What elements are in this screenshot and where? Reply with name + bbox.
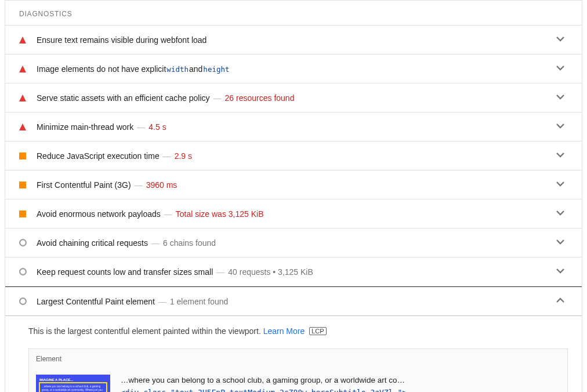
diagnostics-panel: DIAGNOSTICS Ensure text remains visible …: [5, 0, 582, 392]
svg-point-9: [20, 298, 26, 304]
svg-marker-0: [19, 37, 26, 43]
avg-icon: [19, 153, 31, 159]
chevron-down-icon[interactable]: [555, 92, 566, 104]
audit-row[interactable]: Serve static assets with an efficient ca…: [5, 84, 582, 112]
audit-row[interactable]: Minimize main-thread work — 4.5 s: [5, 112, 582, 141]
lcp-badge: LCP: [309, 327, 326, 335]
info-icon: [19, 268, 31, 275]
chevron-down-icon[interactable]: [555, 208, 566, 220]
audit-row[interactable]: Keep request counts low and transfer siz…: [5, 257, 582, 286]
audit-row[interactable]: First Contentful Paint (3G) — 3960 ms: [5, 170, 582, 199]
audit-title: Ensure text remains visible during webfo…: [37, 35, 555, 45]
element-card-header: Element: [29, 349, 567, 369]
svg-point-8: [20, 268, 26, 275]
audit-detail: Total size was 3,125 KiB: [176, 209, 264, 219]
svg-rect-5: [19, 182, 26, 188]
audit-title: Reduce JavaScript execution time — 2.9 s: [37, 151, 555, 161]
audit-title: Serve static assets with an efficient ca…: [37, 93, 555, 103]
audit-row[interactable]: Avoid enormous network payloads — Total …: [5, 199, 582, 228]
code-token: width: [166, 65, 189, 74]
audit-detail: 40 requests • 3,125 KiB: [228, 267, 313, 277]
chevron-down-icon[interactable]: [555, 266, 566, 278]
element-card-body: IMAGINE A PLACE... ...where you can belo…: [29, 369, 567, 392]
audit-detail: 3960 ms: [146, 180, 177, 190]
lcp-snippet-text: …where you can belong to a school club, …: [121, 375, 560, 387]
audit-row[interactable]: Ensure text remains visible during webfo…: [5, 26, 582, 55]
lcp-markup: <div class="text-2H5FnP textMedium-2cZ80…: [121, 387, 560, 392]
lcp-thumbnail: IMAGINE A PLACE... ...where you can belo…: [36, 375, 110, 392]
audit-row[interactable]: Image elements do not have explicit widt…: [5, 55, 582, 84]
chevron-down-icon[interactable]: [555, 121, 566, 133]
svg-marker-1: [19, 66, 26, 72]
chevron-down-icon[interactable]: [555, 179, 566, 191]
audit-detail: 26 resources found: [225, 93, 295, 103]
fail-icon: [19, 95, 31, 101]
audit-title: First Contentful Paint (3G) — 3960 ms: [37, 180, 555, 190]
lcp-node-text: …where you can belong to a school club, …: [121, 375, 560, 392]
section-header: DIAGNOSTICS: [5, 1, 582, 26]
fail-icon: [19, 37, 31, 43]
chevron-down-icon[interactable]: [555, 237, 566, 249]
audit-title: Image elements do not have explicit widt…: [37, 64, 555, 74]
audit-detail: 6 chains found: [163, 238, 216, 248]
audit-row[interactable]: Largest Contentful Paint element — 1 ele…: [5, 286, 582, 316]
lcp-description: This is the largest contentful element p…: [5, 316, 582, 349]
svg-marker-3: [19, 124, 26, 130]
chevron-down-icon[interactable]: [555, 63, 566, 75]
lcp-element-card: Element IMAGINE A PLACE... ...where you …: [28, 349, 568, 392]
svg-rect-6: [19, 210, 26, 217]
chevron-down-icon[interactable]: [555, 150, 566, 162]
avg-icon: [19, 182, 31, 188]
audit-title: Largest Contentful Paint element — 1 ele…: [37, 297, 555, 306]
info-icon: [19, 297, 31, 305]
audit-detail: 4.5 s: [148, 122, 166, 132]
audit-detail: 1 element found: [170, 297, 228, 306]
audit-title: Avoid chaining critical requests — 6 cha…: [37, 238, 555, 248]
chevron-down-icon[interactable]: [555, 34, 566, 46]
audit-title: Avoid enormous network payloads — Total …: [37, 209, 555, 219]
audit-row[interactable]: Avoid chaining critical requests — 6 cha…: [5, 228, 582, 257]
code-token: height: [202, 65, 230, 74]
audit-title: Keep request counts low and transfer siz…: [37, 267, 555, 277]
avg-icon: [19, 210, 31, 217]
learn-more-link[interactable]: Learn More: [263, 326, 305, 336]
chevron-up-icon[interactable]: [555, 295, 566, 307]
svg-marker-2: [19, 95, 26, 101]
audit-title: Minimize main-thread work — 4.5 s: [37, 122, 555, 132]
audit-detail: 2.9 s: [175, 151, 192, 161]
svg-rect-4: [19, 153, 26, 159]
fail-icon: [19, 66, 31, 72]
info-icon: [19, 239, 31, 246]
svg-point-7: [20, 239, 26, 246]
lcp-description-text: This is the largest contentful element p…: [28, 326, 263, 336]
fail-icon: [19, 124, 31, 130]
audit-row[interactable]: Reduce JavaScript execution time — 2.9 s: [5, 141, 582, 170]
